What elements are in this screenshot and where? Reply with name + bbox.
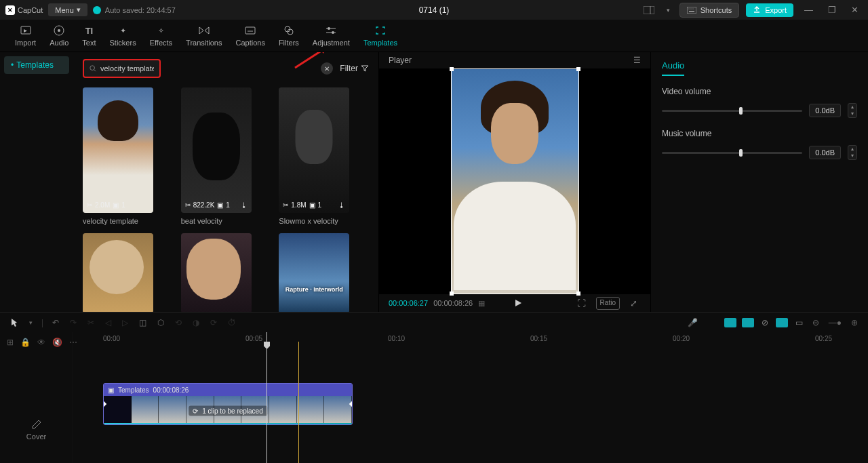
filter-icon [361, 65, 369, 72]
tab-captions[interactable]: Captions [229, 20, 271, 51]
track-toggle[interactable]: ▭ [793, 316, 805, 329]
timeline-ruler[interactable]: 00:00 00:05 00:10 00:15 00:20 00:25 [73, 332, 868, 347]
slider-handle[interactable] [739, 149, 743, 157]
speed-button[interactable]: ⏱ [226, 316, 238, 329]
preview-area[interactable] [379, 68, 650, 294]
tab-import[interactable]: Import [8, 20, 43, 51]
zoom-out-button[interactable]: ⊖ [810, 316, 821, 329]
tab-templates[interactable]: Templates [357, 20, 404, 51]
template-card[interactable] [83, 233, 173, 312]
templates-clip-icon: ▣ [108, 386, 114, 394]
delete-left-button[interactable]: ◁ [103, 316, 113, 329]
lock-icon[interactable]: 🔒 [20, 338, 31, 347]
eye-icon[interactable]: 👁 [37, 338, 45, 347]
video-volume-value[interactable]: 0.0dB [809, 104, 841, 117]
resize-handle[interactable] [576, 67, 580, 71]
filter-button[interactable]: Filter [340, 64, 369, 73]
clip-header: ▣ Templates 00:00:08:26 [104, 384, 352, 396]
tab-stickers[interactable]: ✦ Stickers [103, 20, 143, 51]
clear-search-button[interactable]: ✕ [321, 62, 333, 75]
grid-toggle-icon[interactable]: ▦ [478, 299, 485, 308]
sidebar-item-templates[interactable]: • Templates [4, 56, 69, 74]
ratio-button[interactable]: Ratio [596, 297, 620, 310]
tab-effects[interactable]: ✧ Effects [143, 20, 179, 51]
toggle-preview-axis[interactable] [776, 318, 788, 327]
template-thumb [83, 233, 153, 312]
svg-point-9 [58, 29, 60, 32]
clip-audio-strip [104, 423, 352, 425]
resize-handle[interactable] [576, 291, 580, 296]
music-volume-value[interactable]: 0.0dB [809, 146, 841, 159]
chevron-down-icon[interactable]: ▾ [664, 4, 673, 16]
search-input[interactable] [100, 64, 154, 73]
replace-icon: ⟳ [193, 407, 198, 415]
template-card[interactable]: ✂1.8M ▣1 ⭳ Slowmo x velocity [279, 87, 369, 225]
timeline-body[interactable]: 00:00 00:05 00:10 00:15 00:20 00:25 ▣ Te… [73, 332, 868, 463]
fullscreen-icon[interactable]: ⤢ [627, 297, 641, 310]
video-volume-slider[interactable] [662, 110, 802, 112]
clip-overlay[interactable]: ⟳ 1 clip to be replaced [189, 406, 267, 416]
autosave-status: Auto saved: 20:44:57 [93, 6, 176, 14]
mic-icon[interactable]: 🎤 [686, 316, 700, 329]
mirror-button[interactable]: ◑ [191, 316, 201, 329]
tab-text[interactable]: TI Text [75, 20, 102, 51]
play-button[interactable] [513, 298, 523, 308]
mute-icon[interactable]: 🔇 [52, 338, 62, 347]
toggle-main-track[interactable] [724, 318, 736, 327]
reverse-button[interactable]: ⟲ [173, 316, 184, 329]
freeze-button[interactable]: ⬡ [155, 316, 166, 329]
scale-icon[interactable]: ⛶ [574, 297, 589, 310]
resize-handle[interactable] [450, 67, 454, 71]
maximize-button[interactable]: ❐ [824, 2, 840, 18]
player-menu-icon[interactable]: ☰ [633, 56, 641, 65]
track-controls: ⊞ 🔒 👁 🔇 ⋯ [0, 332, 73, 353]
video-volume-stepper[interactable]: ▴▾ [848, 103, 857, 118]
video-volume-control: Video volume 0.0dB ▴▾ [662, 87, 857, 118]
svg-point-16 [328, 27, 330, 30]
bullet-icon: • [11, 60, 14, 70]
layout-icon[interactable] [641, 3, 657, 17]
template-card[interactable]: ✂2.0M ▣1 velocity template [83, 87, 173, 225]
search-box[interactable] [83, 59, 161, 78]
tab-filters[interactable]: Filters [272, 20, 306, 51]
add-track-icon[interactable]: ⊞ [7, 338, 14, 347]
shortcuts-button[interactable]: Shortcuts [679, 3, 739, 18]
minimize-button[interactable]: — [800, 2, 817, 18]
undo-button[interactable]: ↶ [50, 316, 61, 329]
template-card[interactable]: ✂822.2K ▣1 ⭳ beat velocity [181, 87, 271, 225]
zoom-in-button[interactable]: ⊕ [849, 316, 860, 329]
download-icon[interactable]: ⭳ [241, 201, 248, 209]
resize-handle[interactable] [450, 291, 454, 296]
audio-icon [53, 24, 65, 37]
video-volume-label: Video volume [662, 87, 857, 96]
playhead[interactable] [267, 332, 267, 463]
rotate-button[interactable]: ⟳ [208, 316, 219, 329]
template-card[interactable] [181, 233, 271, 312]
export-button[interactable]: Export [746, 3, 793, 17]
link-icon[interactable]: ⊘ [760, 316, 770, 329]
audio-tab[interactable]: Audio [662, 60, 684, 76]
preview-frame[interactable] [451, 68, 579, 294]
timeline-clip[interactable]: ▣ Templates 00:00:08:26 ⟳ 1 clip to be r… [103, 383, 353, 425]
tab-transitions[interactable]: Transitions [179, 20, 229, 51]
toggle-snap[interactable] [742, 318, 754, 327]
music-volume-slider[interactable] [662, 152, 802, 154]
music-volume-stepper[interactable]: ▴▾ [848, 145, 857, 160]
tab-audio[interactable]: Audio [43, 20, 75, 51]
slider-handle[interactable] [739, 107, 743, 115]
split-button[interactable]: ✂ [85, 316, 96, 329]
redo-button[interactable]: ↷ [68, 316, 79, 329]
download-icon[interactable]: ⭳ [338, 201, 345, 209]
template-card[interactable]: Rapture · Interworld [279, 233, 369, 312]
chevron-down-icon[interactable]: ▾ [27, 317, 35, 328]
delete-right-button[interactable]: ▷ [120, 316, 130, 329]
template-title: Slowmo x velocity [279, 217, 369, 225]
zoom-slider-icon[interactable]: —● [827, 316, 844, 329]
close-button[interactable]: ✕ [847, 2, 863, 18]
app-name: CapCut [18, 6, 43, 14]
crop-button[interactable]: ◫ [137, 316, 149, 329]
menu-button[interactable]: Menu ▾ [48, 3, 87, 16]
tab-adjustment[interactable]: Adjustment [306, 20, 357, 51]
pointer-tool[interactable] [8, 316, 20, 329]
cover-button[interactable]: Cover [0, 414, 73, 446]
